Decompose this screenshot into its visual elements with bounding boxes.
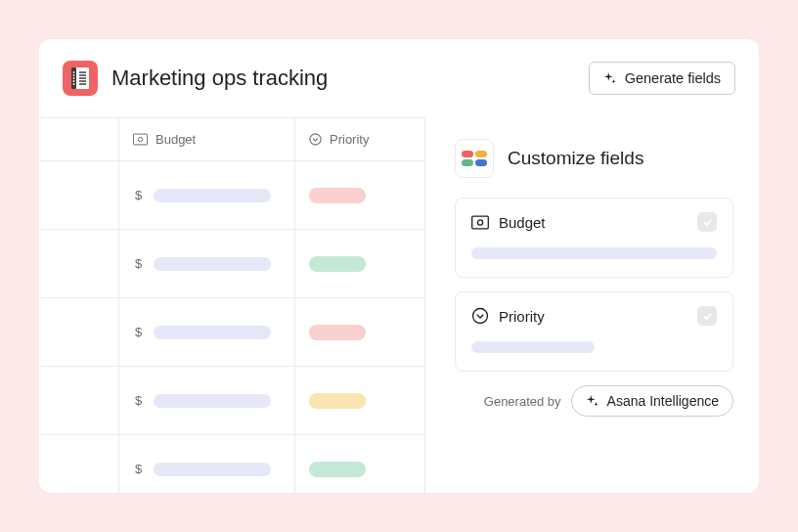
- field-label: Priority: [499, 308, 545, 325]
- table-row[interactable]: $: [39, 161, 425, 230]
- svg-point-3: [73, 74, 75, 76]
- sparkle-icon: [603, 71, 617, 85]
- field-card-priority[interactable]: Priority: [455, 291, 733, 372]
- project-icon: [63, 61, 98, 96]
- sparkle-icon: [586, 394, 599, 408]
- budget-placeholder: [154, 326, 271, 339]
- budget-placeholder: [154, 463, 271, 476]
- field-label: Budget: [499, 214, 546, 231]
- column-header-priority[interactable]: Priority: [295, 118, 425, 161]
- panel-title: Customize fields: [508, 148, 643, 169]
- field-value-placeholder: [471, 341, 595, 353]
- currency-icon: [471, 215, 489, 230]
- svg-point-4: [73, 77, 75, 79]
- generate-fields-label: Generate fields: [625, 70, 721, 86]
- customize-fields-panel: Customize fields Budget: [425, 117, 759, 493]
- asana-intelligence-badge[interactable]: Asana Intelligence: [571, 385, 733, 417]
- svg-point-6: [73, 83, 75, 85]
- currency-symbol: $: [135, 188, 142, 202]
- currency-symbol: $: [135, 462, 142, 476]
- svg-point-13: [138, 137, 142, 141]
- generate-fields-button[interactable]: Generate fields: [589, 62, 735, 95]
- table-row[interactable]: $: [39, 435, 425, 493]
- currency-symbol: $: [135, 256, 142, 271]
- currency-icon: [133, 133, 148, 146]
- header: Marketing ops tracking Generate fields: [39, 39, 759, 117]
- project-window: Marketing ops tracking Generate fields B…: [39, 39, 759, 493]
- table-row[interactable]: $: [39, 367, 425, 435]
- svg-point-17: [473, 309, 488, 324]
- column-header-priority-label: Priority: [330, 132, 369, 147]
- budget-placeholder: [154, 257, 271, 271]
- column-header-budget-label: Budget: [155, 132, 196, 147]
- svg-rect-15: [472, 216, 489, 229]
- chevron-circle-icon: [309, 133, 322, 146]
- table-row[interactable]: $: [39, 298, 425, 367]
- svg-point-5: [73, 80, 75, 82]
- svg-point-16: [477, 219, 482, 224]
- page-title: Marketing ops tracking: [111, 66, 328, 91]
- budget-placeholder: [154, 189, 271, 202]
- generated-by-source: Asana Intelligence: [607, 393, 719, 409]
- priority-pill: [309, 462, 366, 477]
- generated-by-label: Generated by: [484, 394, 561, 409]
- chevron-circle-icon: [471, 307, 489, 325]
- currency-symbol: $: [135, 393, 142, 408]
- priority-pill: [309, 393, 366, 409]
- task-table: Budget Priority $ $: [39, 117, 425, 493]
- svg-rect-12: [133, 134, 147, 145]
- svg-point-2: [73, 71, 75, 73]
- svg-point-14: [310, 134, 321, 145]
- priority-pill: [309, 325, 366, 340]
- budget-placeholder: [154, 394, 271, 408]
- generated-by: Generated by Asana Intelligence: [455, 385, 733, 417]
- fields-icon: [455, 139, 494, 178]
- table-row[interactable]: $: [39, 230, 425, 298]
- column-header-budget[interactable]: Budget: [119, 118, 295, 161]
- currency-symbol: $: [135, 325, 142, 339]
- field-card-budget[interactable]: Budget: [455, 198, 733, 278]
- priority-pill: [309, 188, 366, 203]
- field-value-placeholder: [471, 247, 717, 259]
- field-checkbox[interactable]: [697, 306, 717, 326]
- priority-pill: [309, 256, 366, 272]
- field-checkbox[interactable]: [697, 212, 717, 232]
